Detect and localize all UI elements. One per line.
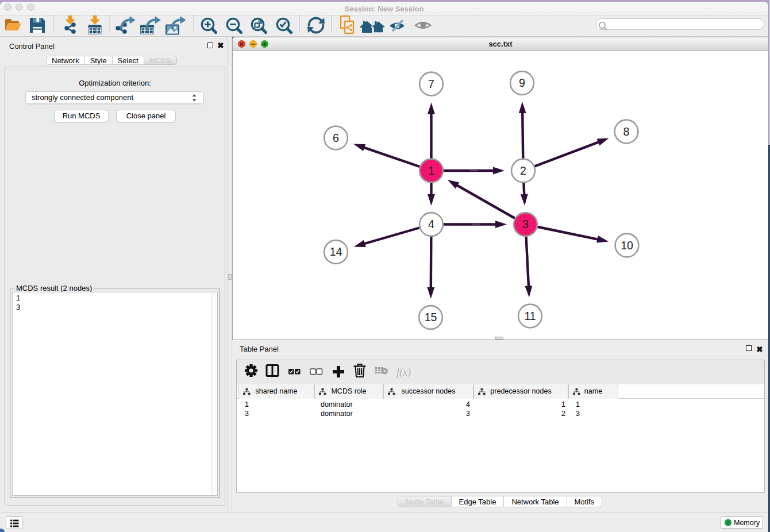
svg-text:11: 11 [524, 310, 536, 322]
svg-text:8: 8 [623, 125, 630, 138]
svg-text:2: 2 [520, 164, 526, 177]
svg-text:9: 9 [519, 76, 525, 89]
svg-text:14: 14 [330, 245, 342, 258]
svg-text:4: 4 [428, 218, 434, 230]
svg-text:3: 3 [522, 218, 529, 230]
svg-text:1: 1 [428, 164, 434, 177]
svg-text:10: 10 [621, 239, 633, 252]
svg-text:7: 7 [428, 78, 434, 90]
svg-text:f(x): f(x) [396, 367, 411, 379]
svg-text:Memory: Memory [734, 519, 760, 527]
svg-text:6: 6 [333, 132, 339, 144]
svg-text:15: 15 [425, 311, 437, 323]
